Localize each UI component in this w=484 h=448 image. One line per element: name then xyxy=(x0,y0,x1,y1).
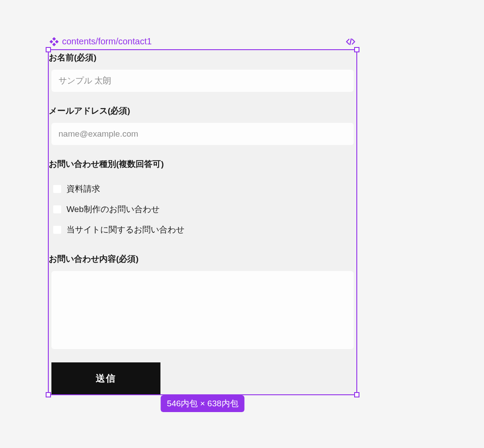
dim-height-unit: 内包 xyxy=(222,399,238,408)
checkbox-label: Web制作のお問い合わせ xyxy=(66,204,160,215)
form-group-email: メールアドレス(必須) xyxy=(49,100,356,153)
submit-button[interactable]: 送信 xyxy=(51,362,160,394)
name-label: お名前(必須) xyxy=(49,50,356,70)
form-group-name: お名前(必須) xyxy=(49,50,356,100)
svg-rect-0 xyxy=(52,37,56,41)
inquiry-type-label: お問い合わせ種別(複数回答可) xyxy=(49,157,356,176)
checkbox-icon[interactable] xyxy=(53,205,61,213)
checkbox-item[interactable]: Web制作のお問い合わせ xyxy=(53,199,356,220)
name-input[interactable] xyxy=(51,70,354,92)
email-label: メールアドレス(必須) xyxy=(49,103,356,123)
component-header: contents/form/contact1 xyxy=(48,36,357,49)
checkbox-label: 当サイトに関するお問い合わせ xyxy=(66,224,184,236)
form-group-message: お問い合わせ内容(必須) xyxy=(49,248,356,359)
dim-width-unit: 内包 xyxy=(181,399,198,408)
dim-sep: × xyxy=(198,399,207,408)
selection-box[interactable]: お名前(必須) メールアドレス(必須) お問い合わせ種別(複数回答可) 資料請求 xyxy=(48,49,357,395)
message-textarea[interactable] xyxy=(51,271,354,349)
component-path[interactable]: contents/form/contact1 xyxy=(62,36,152,47)
svg-rect-2 xyxy=(55,39,59,43)
resize-handle-bottom-left[interactable] xyxy=(46,392,51,397)
form-group-inquiry-type: お問い合わせ種別(複数回答可) 資料請求 Web制作のお問い合わせ 当サイトに関… xyxy=(49,153,356,248)
resize-handle-bottom-right[interactable] xyxy=(354,392,359,397)
resize-handle-top-right[interactable] xyxy=(354,47,359,52)
checkbox-label: 資料請求 xyxy=(66,183,100,195)
component-icon xyxy=(50,37,59,46)
form-area: お名前(必須) メールアドレス(必須) お問い合わせ種別(複数回答可) 資料請求 xyxy=(49,50,356,394)
checkbox-item[interactable]: 当サイトに関するお問い合わせ xyxy=(53,220,356,240)
code-icon[interactable] xyxy=(346,37,355,47)
svg-rect-1 xyxy=(50,39,53,43)
dim-width: 546 xyxy=(167,399,181,408)
checkbox-icon[interactable] xyxy=(53,226,61,234)
dimensions-badge: 546内包 × 638内包 xyxy=(160,395,244,412)
checkbox-icon[interactable] xyxy=(53,185,61,193)
dim-height: 638 xyxy=(207,399,222,408)
component-header-left: contents/form/contact1 xyxy=(50,36,152,47)
checkbox-item[interactable]: 資料請求 xyxy=(53,179,356,199)
resize-handle-top-left[interactable] xyxy=(46,47,51,52)
message-label: お問い合わせ内容(必須) xyxy=(49,252,356,271)
email-input[interactable] xyxy=(51,123,354,145)
svg-rect-3 xyxy=(52,43,56,46)
